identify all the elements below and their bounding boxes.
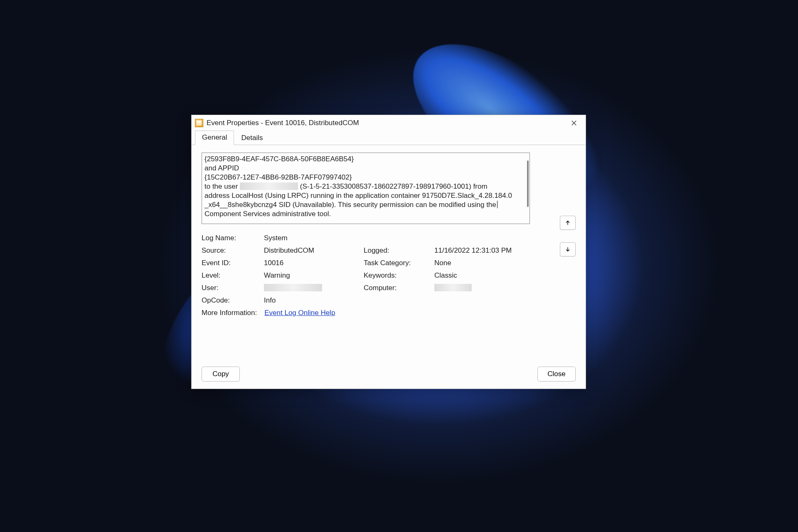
tabs: General Details (192, 131, 586, 145)
more-information-row: More Information: Event Log Online Help (202, 309, 576, 317)
window-title: Event Properties - Event 10016, Distribu… (207, 119, 565, 127)
redacted-computer (434, 284, 472, 291)
description-line: address LocalHost (Using LRPC) running i… (204, 191, 527, 200)
text-caret (497, 201, 498, 208)
logged-label: Logged: (364, 246, 434, 255)
source-value: DistributedCOM (264, 246, 364, 255)
redacted-user (264, 284, 322, 291)
event-log-online-help-link[interactable]: Event Log Online Help (264, 309, 335, 317)
description-line: {2593F8B9-4EAF-457C-B68A-50F6B8EA6B54} (204, 155, 527, 164)
log-name-value: System (264, 234, 534, 242)
level-label: Level: (202, 271, 264, 280)
task-category-value: None (434, 259, 534, 267)
event-viewer-icon (195, 119, 203, 127)
dialog-body: {2593F8B9-4EAF-457C-B68A-50F6B8EA6B54} a… (192, 145, 586, 360)
level-value: Warning (264, 271, 364, 280)
titlebar[interactable]: Event Properties - Event 10016, Distribu… (192, 115, 586, 131)
close-icon[interactable] (565, 117, 583, 129)
keywords-label: Keywords: (364, 271, 434, 280)
event-properties-dialog: Event Properties - Event 10016, Distribu… (191, 115, 586, 389)
description-line: to the user (S-1-5-21-3353008537-1860227… (204, 182, 527, 191)
tab-details[interactable]: Details (234, 131, 270, 145)
redacted-username (240, 182, 298, 190)
source-label: Source: (202, 246, 264, 255)
tab-general[interactable]: General (195, 131, 234, 145)
event-id-label: Event ID: (202, 259, 264, 267)
description-scrollbar[interactable] (527, 160, 529, 207)
log-name-label: Log Name: (202, 234, 264, 242)
user-value (264, 284, 364, 292)
dialog-footer: Copy Close (192, 360, 586, 389)
copy-button[interactable]: Copy (202, 367, 240, 382)
next-event-button[interactable] (560, 242, 576, 256)
opcode-label: OpCode: (202, 296, 264, 305)
description-line: _x64__8she8kybcnzg4 SID (Unavailable). T… (204, 200, 527, 209)
previous-event-button[interactable] (560, 216, 576, 230)
user-label: User: (202, 284, 264, 292)
event-description[interactable]: {2593F8B9-4EAF-457C-B68A-50F6B8EA6B54} a… (202, 153, 530, 224)
computer-value (434, 284, 534, 292)
record-nav (560, 216, 576, 256)
event-id-value: 10016 (264, 259, 364, 267)
event-fields: Log Name: System Source: DistributedCOM … (202, 234, 576, 305)
computer-label: Computer: (364, 284, 434, 292)
opcode-value: Info (264, 296, 534, 305)
description-line: and APPID (204, 164, 527, 173)
description-line: Component Services administrative tool. (204, 209, 527, 219)
description-line: {15C20B67-12E7-4BB6-92BB-7AFF07997402} (204, 173, 527, 182)
keywords-value: Classic (434, 271, 534, 280)
task-category-label: Task Category: (364, 259, 434, 267)
more-information-label: More Information: (202, 309, 257, 317)
close-button[interactable]: Close (537, 367, 576, 382)
logged-value: 11/16/2022 12:31:03 PM (434, 246, 534, 255)
